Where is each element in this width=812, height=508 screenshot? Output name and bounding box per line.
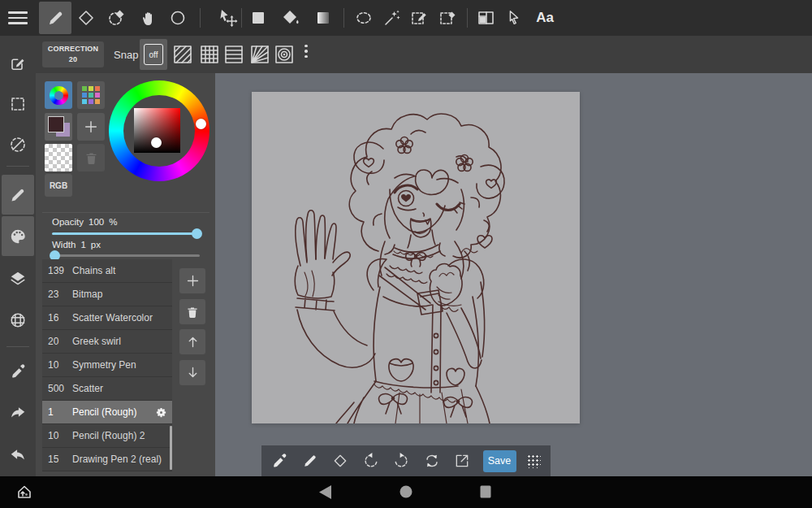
brush-tool-icon-slot[interactable] [8, 185, 28, 205]
toolbar-divider [467, 8, 468, 28]
overflow-menu-icon[interactable] [302, 45, 310, 64]
opacity-unit: % [109, 217, 117, 227]
quick-eyedropper-button[interactable] [270, 451, 289, 471]
tool-ellipse[interactable] [168, 8, 188, 28]
sv-handle[interactable] [151, 137, 162, 148]
width-slider-track[interactable] [52, 254, 200, 257]
brush-list-item[interactable]: 500 Scatter [42, 377, 172, 401]
tool-magic-wand[interactable] [382, 8, 402, 28]
trash-icon [186, 306, 199, 319]
snap-grid-button[interactable] [200, 45, 219, 64]
tool-bucket[interactable] [281, 8, 300, 28]
add-color-button[interactable] [77, 113, 105, 141]
export-icon [454, 453, 470, 469]
brush-settings-gear-icon[interactable] [155, 406, 167, 419]
sidebar-redo-button[interactable] [8, 404, 28, 423]
app-shortcut-button[interactable] [13, 480, 36, 503]
tool-select-pen[interactable] [410, 8, 430, 28]
sidebar-edit-button[interactable] [8, 54, 28, 73]
brush-size: 23 [48, 289, 72, 300]
drag-handle-icon[interactable] [526, 454, 541, 468]
brush-list-item[interactable]: 10 Symmetry Pen [42, 354, 172, 377]
opacity-slider-handle[interactable] [192, 228, 202, 239]
material-net-icon [9, 311, 27, 329]
tool-gradient[interactable] [313, 8, 333, 28]
tool-text[interactable]: Aa [533, 8, 557, 28]
split-canvas-button[interactable] [476, 8, 495, 28]
brush-list-scrollbar[interactable] [170, 426, 172, 470]
nav-back-button[interactable] [313, 480, 336, 503]
color-panel-icon-slot[interactable] [8, 227, 28, 246]
color-wheel-mode-button[interactable] [45, 81, 72, 109]
snap-parallel-button[interactable] [173, 45, 192, 64]
tool-pen-selected[interactable] [39, 2, 71, 34]
menu-icon[interactable] [8, 11, 28, 24]
export-button[interactable] [452, 451, 472, 471]
brush-list-item[interactable]: 15 Drawing Pen 2 (real) [42, 448, 172, 471]
delete-brush-button[interactable] [179, 299, 205, 324]
quick-pen-button[interactable] [300, 451, 320, 471]
tool-move[interactable] [218, 8, 238, 28]
drawing-canvas[interactable] [252, 92, 580, 423]
sidebar-deselect-button[interactable] [8, 135, 28, 154]
snap-concentric-icon [274, 45, 294, 64]
sidebar-select-button[interactable] [8, 94, 28, 114]
color-palette-mode-button[interactable] [77, 81, 105, 109]
rotate-cw-button[interactable] [391, 451, 411, 471]
eraser-icon [76, 8, 96, 28]
rotate-ccw-button[interactable] [361, 451, 381, 471]
move-brush-down-button[interactable] [179, 360, 205, 385]
rgb-mode-button[interactable]: RGB [45, 174, 72, 197]
tool-select-eraser[interactable] [438, 8, 458, 28]
hand-icon [140, 10, 156, 26]
tool-rectangle[interactable] [248, 8, 268, 28]
brush-name: Bitmap [72, 289, 172, 300]
toolbar-divider [343, 8, 344, 28]
brush-list-item[interactable]: 1 Pencil (Rough) [42, 401, 172, 424]
reset-rotation-button[interactable] [422, 451, 442, 471]
snap-concentric-button[interactable] [274, 45, 294, 64]
correction-value: 20 [42, 54, 104, 65]
tool-eraser[interactable] [76, 8, 96, 28]
snap-label: Snap [114, 36, 138, 73]
color-wheel[interactable] [109, 80, 209, 181]
brush-size: 10 [48, 359, 72, 371]
brush-list-item[interactable]: 16 Scatter Watercolor [42, 306, 172, 330]
eyedropper-icon [10, 363, 26, 380]
hue-handle[interactable] [196, 119, 206, 129]
nav-recents-button[interactable] [474, 480, 497, 503]
brush-name: Scatter Watercolor [72, 312, 172, 323]
arrow-up-icon [186, 335, 200, 349]
snap-off-button[interactable]: off [140, 39, 167, 70]
correction-button[interactable]: CORRECTION 20 [42, 41, 104, 67]
snap-vanishing-button[interactable] [250, 45, 270, 64]
split-canvas-icon [476, 8, 495, 28]
sidebar-material-button[interactable] [8, 310, 28, 330]
move-brush-up-button[interactable] [179, 329, 205, 354]
sidebar-layers-button[interactable] [8, 269, 28, 289]
color-wheel-mode-icon [50, 86, 68, 105]
pen-icon [46, 9, 64, 27]
text-tool-label: Aa [536, 10, 554, 26]
tool-cursor[interactable] [504, 8, 524, 28]
brush-list-item[interactable]: 139 Chains alt [42, 259, 172, 283]
current-color-swatch[interactable] [45, 113, 72, 141]
brush-list-item[interactable]: 10 Pencil (Rough) 2 [42, 424, 172, 448]
quick-eraser-button[interactable] [330, 451, 350, 471]
sidebar-eyedropper-button[interactable] [8, 362, 28, 381]
brush-size: 10 [48, 430, 72, 441]
save-button[interactable]: Save [483, 450, 516, 472]
tool-lasso-eraser[interactable] [107, 8, 127, 28]
transparent-color-button[interactable] [45, 144, 72, 172]
sidebar-undo-button[interactable] [8, 446, 28, 466]
tool-lasso[interactable] [354, 8, 374, 28]
tool-hand[interactable] [138, 8, 158, 28]
brush-list-item[interactable]: 20 Greek swirl [42, 330, 172, 354]
snap-horizontal-button[interactable] [224, 45, 244, 64]
opacity-slider-track[interactable] [52, 232, 200, 235]
gradient-icon [313, 8, 333, 28]
nav-home-button[interactable] [395, 480, 417, 503]
brush-name: Drawing Pen 2 (real) [72, 454, 172, 465]
add-brush-button[interactable] [179, 268, 205, 293]
brush-list-item[interactable]: 23 Bitmap [42, 283, 172, 306]
